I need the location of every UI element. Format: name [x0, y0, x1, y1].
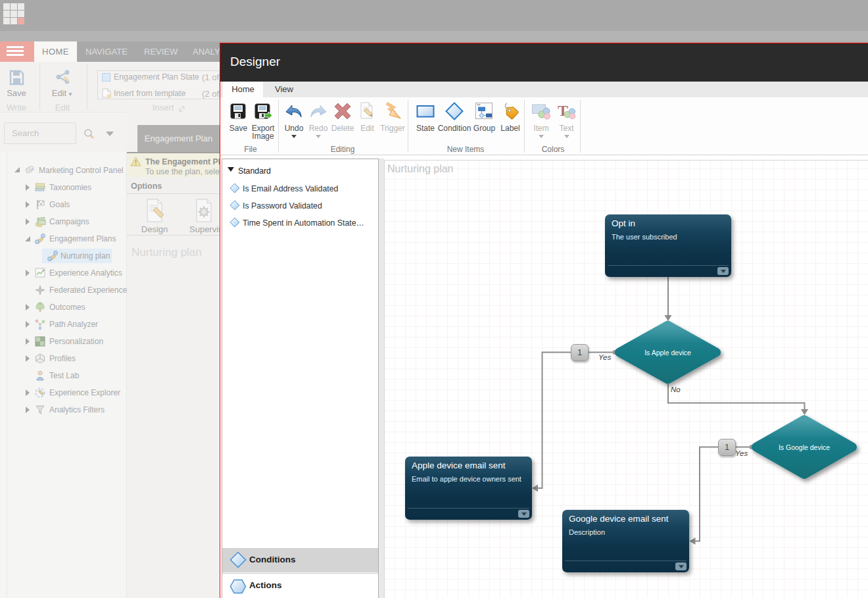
svg-text:Is Apple device: Is Apple device [644, 349, 691, 357]
svg-text:Is Google device: Is Google device [779, 443, 830, 451]
